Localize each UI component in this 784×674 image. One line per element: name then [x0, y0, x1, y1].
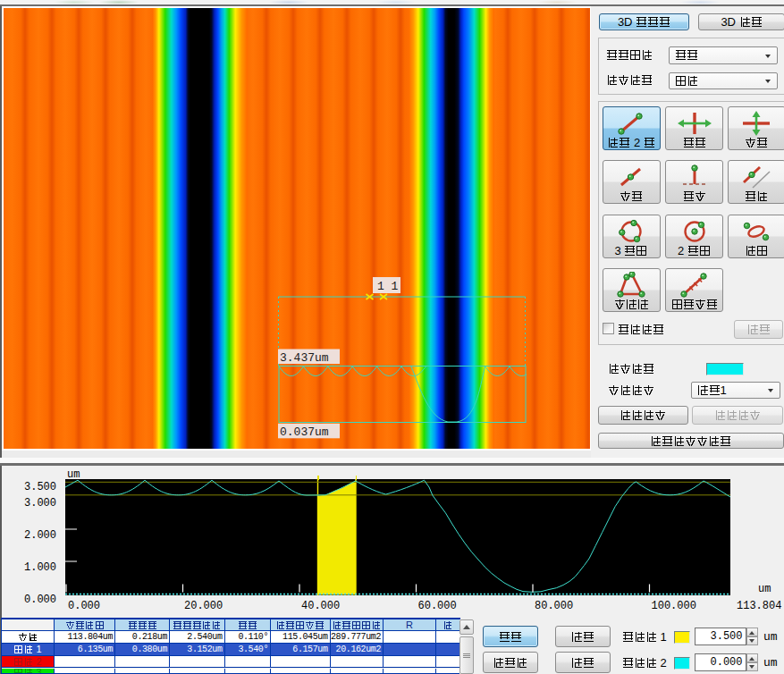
svg-text:3.437um: 3.437um [280, 351, 329, 365]
svg-text:1 1: 1 1 [377, 280, 399, 293]
svg-text:0.037um: 0.037um [280, 425, 329, 439]
